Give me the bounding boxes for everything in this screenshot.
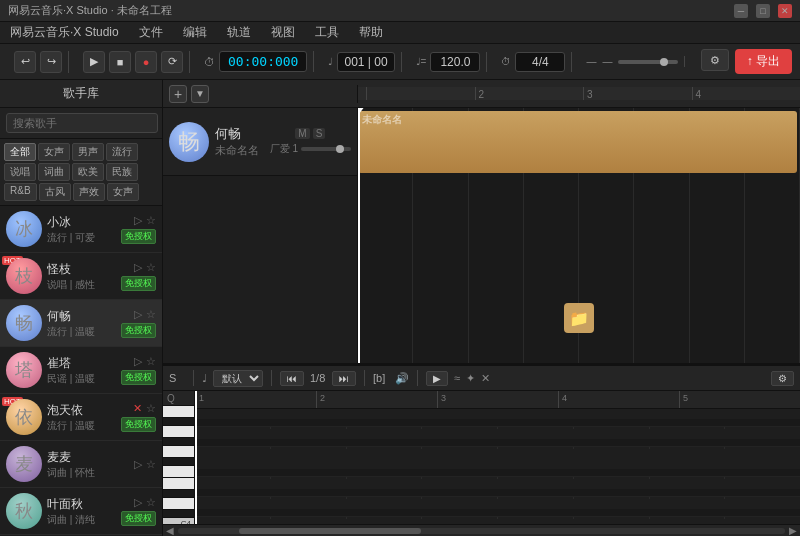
pr-next-button[interactable]: ⏭	[332, 371, 356, 386]
solo-button[interactable]: S	[313, 128, 326, 139]
menu-help[interactable]: 帮助	[355, 22, 387, 43]
piano-octave: C4	[163, 406, 194, 524]
play-button[interactable]: ▶	[83, 51, 105, 73]
play-icon[interactable]: ▷	[134, 261, 142, 274]
filter-sfx[interactable]: 声效	[73, 183, 105, 201]
scroll-left-icon[interactable]: ◀	[166, 525, 174, 536]
play-icon[interactable]: ▷	[134, 496, 142, 509]
roll-playhead	[195, 391, 197, 524]
staging-icon: 📁	[564, 303, 594, 333]
play-icon[interactable]: ▷	[134, 458, 142, 471]
close-button[interactable]: ✕	[778, 4, 792, 18]
pr-settings-button[interactable]: ⚙	[771, 371, 794, 386]
pr-close-icon[interactable]: ✕	[481, 372, 490, 385]
singer-item[interactable]: HOT 枝 怪枝 说唱 | 感性 ▷ ☆ 免授权	[0, 253, 162, 300]
track-menu-button[interactable]: ▼	[191, 85, 209, 103]
singer-item[interactable]: 冰 小冰 流行 | 可爱 ▷ ☆ 免授权	[0, 206, 162, 253]
filter-rap[interactable]: 说唱	[4, 163, 36, 181]
free-badge: 免授权	[121, 370, 156, 385]
star-icon[interactable]: ☆	[146, 308, 156, 321]
mute-button[interactable]: M	[295, 128, 309, 139]
star-icon[interactable]: ☆	[146, 214, 156, 227]
piano-key-e4[interactable]	[163, 478, 194, 490]
search-input[interactable]	[6, 113, 158, 133]
star-icon[interactable]: ☆	[146, 496, 156, 509]
singer-item[interactable]: 畅 何畅 流行 | 温暖 ▷ ☆ 免授权	[0, 300, 162, 347]
filter-folk[interactable]: 民族	[106, 163, 138, 181]
pr-default-select[interactable]: 默认	[213, 370, 263, 387]
filter-lyric[interactable]: 词曲	[38, 163, 70, 181]
track-singer-name: 何畅	[215, 125, 264, 143]
piano-key-as4[interactable]	[163, 418, 194, 426]
singer-actions: ▷ ☆	[134, 458, 156, 471]
filter-pop[interactable]: 流行	[106, 143, 138, 161]
play-icon[interactable]: ▷	[134, 214, 142, 227]
piano-key-f4[interactable]	[163, 466, 194, 478]
record-button[interactable]: ●	[135, 51, 157, 73]
loop-button[interactable]: ⟳	[161, 51, 183, 73]
h-scroll-thumb[interactable]	[239, 528, 421, 534]
star-icon[interactable]: ☆	[146, 261, 156, 274]
singer-item[interactable]: 塔 崔塔 民谣 | 温暖 ▷ ☆ 免授权	[0, 347, 162, 394]
roll-canvas[interactable]: 1 2 3 4 5	[195, 391, 800, 524]
piano-key-fs4[interactable]	[163, 458, 194, 466]
track-clip[interactable]: 未命名名	[358, 111, 797, 173]
minimize-button[interactable]: ─	[734, 4, 748, 18]
singer-item[interactable]: 麦 麦麦 词曲 | 怀性 ▷ ☆	[0, 441, 162, 488]
piano-key-a4[interactable]	[163, 426, 194, 438]
filter-rb[interactable]: R&B	[4, 183, 37, 201]
volume-slider[interactable]	[301, 147, 351, 151]
filter-female2[interactable]: 女声	[107, 183, 139, 201]
menu-track[interactable]: 轨道	[223, 22, 255, 43]
star-icon[interactable]: ☆	[146, 458, 156, 471]
singer-avatar: 秋	[6, 493, 42, 529]
slash-icon[interactable]: ✕	[133, 402, 142, 415]
menu-app[interactable]: 网易云音乐·X Studio	[6, 22, 123, 43]
star-icon[interactable]: ☆	[146, 355, 156, 368]
daw-area: + ▼ 2 3 4 畅	[163, 80, 800, 536]
piano-key-b4[interactable]	[163, 406, 194, 418]
singer-item[interactable]: 秋 叶面秋 词曲 | 清纯 ▷ ☆ 免授权	[0, 488, 162, 535]
menu-tools[interactable]: 工具	[311, 22, 343, 43]
singer-actions: ▷ ☆ 免授权	[121, 214, 156, 244]
menu-view[interactable]: 视图	[267, 22, 299, 43]
add-track-button[interactable]: +	[169, 85, 187, 103]
play-icon[interactable]: ▷	[134, 308, 142, 321]
track-canvas[interactable]: 未命名名 📁	[358, 108, 800, 363]
redo-button[interactable]: ↪	[40, 51, 62, 73]
bpm-display[interactable]: 120.0	[430, 52, 480, 72]
pr-prev-button[interactable]: ⏮	[280, 371, 304, 386]
h-scroll-track[interactable]	[178, 528, 785, 534]
settings-button[interactable]: ⚙	[701, 49, 729, 71]
star-icon[interactable]: ☆	[146, 402, 156, 415]
scroll-right-icon[interactable]: ▶	[789, 525, 797, 536]
roll-grid	[195, 409, 800, 524]
piano-key-ds4[interactable]	[163, 490, 194, 498]
piano-key-c4[interactable]: C4	[163, 518, 194, 524]
filter-ancient[interactable]: 古风	[39, 183, 71, 201]
clip-title: 未命名名	[362, 113, 402, 127]
menu-edit[interactable]: 编辑	[179, 22, 211, 43]
pr-speaker-icon: 🔊	[395, 372, 409, 385]
export-button[interactable]: ↑ 导出	[735, 49, 792, 74]
time-sig-display[interactable]: 4/4	[515, 52, 565, 72]
filter-all[interactable]: 全部	[4, 143, 36, 161]
stop-button[interactable]: ■	[109, 51, 131, 73]
piano-key-d4[interactable]	[163, 498, 194, 510]
piano-key-cs4[interactable]	[163, 510, 194, 518]
piano-key-g4[interactable]	[163, 446, 194, 458]
filter-female[interactable]: 女声	[38, 143, 70, 161]
singer-actions: ▷ ☆ 免授权	[121, 496, 156, 526]
undo-button[interactable]: ↩	[14, 51, 36, 73]
filter-western[interactable]: 欧美	[72, 163, 104, 181]
piano-key-gs4[interactable]	[163, 438, 194, 446]
menu-file[interactable]: 文件	[135, 22, 167, 43]
play-icon[interactable]: ▷	[134, 355, 142, 368]
time-sig-section: ⏱ 4/4	[495, 52, 572, 72]
master-volume-slider[interactable]	[618, 60, 678, 64]
pr-play-btn[interactable]: ▶	[426, 371, 448, 386]
filter-male[interactable]: 男声	[72, 143, 104, 161]
maximize-button[interactable]: □	[756, 4, 770, 18]
singer-item[interactable]: HOT 依 泡天依 流行 | 温暖 ✕ ☆ 免授权	[0, 394, 162, 441]
singer-action-row: ▷ ☆	[134, 458, 156, 471]
